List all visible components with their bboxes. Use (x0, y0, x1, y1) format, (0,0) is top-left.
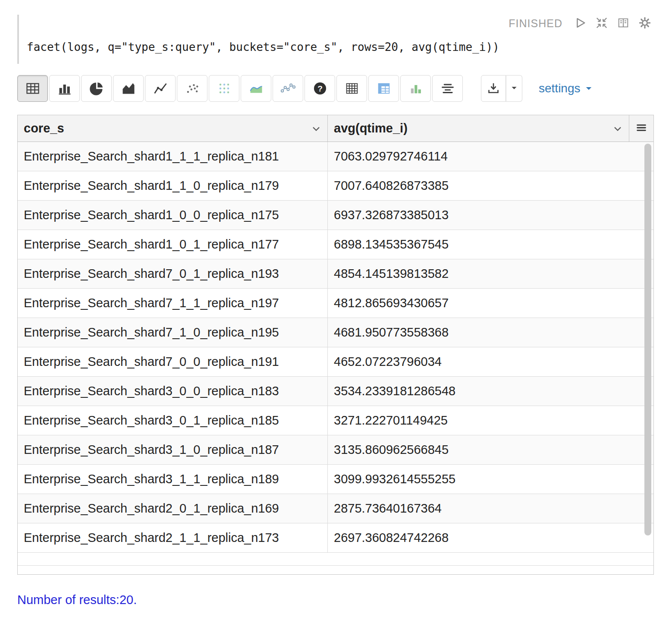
partial-row (18, 553, 653, 566)
core-s-cell: Enterprise_Search_shard1_1_1_replica_n18… (18, 142, 328, 171)
table-header: core_s avg(qtime_i) (18, 115, 653, 142)
hamburger-icon (635, 121, 648, 136)
table-row: Enterprise_Search_shard1_0_0_replica_n17… (18, 201, 653, 230)
download-options-button[interactable] (506, 75, 522, 102)
chevron-down-icon[interactable] (310, 123, 322, 135)
core-s-cell: Enterprise_Search_shard2_1_1_replica_n17… (18, 523, 328, 552)
pivot-grid-icon (376, 81, 392, 96)
help-icon: ? (312, 81, 328, 96)
table-row: Enterprise_Search_shard2_1_1_replica_n17… (18, 523, 653, 553)
notebook-paragraph: FINISHED facet(logs, q="type_s:query", b… (17, 0, 654, 614)
bar-chart-chart-button[interactable] (49, 75, 80, 102)
table-body: Enterprise_Search_shard1_1_1_replica_n18… (18, 142, 653, 553)
core-s-cell: Enterprise_Search_shard1_1_0_replica_n17… (18, 171, 328, 200)
core-s-cell: Enterprise_Search_shard3_1_1_replica_n18… (18, 465, 328, 494)
sparkline-chart-button[interactable] (273, 75, 303, 102)
table-row: Enterprise_Search_shard3_0_1_replica_n18… (18, 406, 653, 435)
scatter-chart-icon (185, 81, 200, 96)
core-s-cell: Enterprise_Search_shard3_0_0_replica_n18… (18, 377, 328, 406)
table-row: Enterprise_Search_shard2_0_1_replica_n16… (18, 494, 653, 523)
avg-qtime-cell: 2697.360824742268 (328, 523, 653, 552)
table-row: Enterprise_Search_shard1_1_1_replica_n18… (18, 142, 653, 171)
pie-chart-chart-button[interactable] (81, 75, 112, 102)
code-editor-section: FINISHED facet(logs, q="type_s:query", b… (17, 15, 654, 64)
collapse-button[interactable] (595, 16, 608, 31)
settings-label: settings (539, 82, 581, 95)
bubble-grid-icon (217, 81, 232, 96)
stream-area-icon (248, 81, 264, 96)
avg-qtime-cell: 3271.222701149425 (328, 406, 653, 435)
align-bars-icon (440, 81, 455, 96)
mini-bars-chart-button[interactable] (400, 75, 431, 102)
column-header-core-s[interactable]: core_s (18, 115, 328, 142)
vertical-scrollbar[interactable] (644, 143, 652, 564)
line-chart-icon (153, 81, 168, 96)
help-chart-button[interactable]: ? (305, 75, 335, 102)
chart-type-toolbar: ? (17, 75, 463, 102)
download-button-group (481, 75, 522, 102)
avg-qtime-cell: 6898.134535367545 (328, 230, 653, 259)
avg-qtime-cell: 4681.950773558368 (328, 318, 653, 347)
display-toolbar: ? settings (17, 75, 654, 102)
grid-table-chart-button[interactable] (336, 75, 367, 102)
avg-qtime-cell: 3099.9932614555255 (328, 465, 653, 494)
table-row: Enterprise_Search_shard7_1_0_replica_n19… (18, 318, 653, 347)
table-row: Enterprise_Search_shard3_0_0_replica_n18… (18, 377, 653, 406)
result-table: core_s avg(qtime_i) Enterprise_Search_sh… (17, 115, 654, 575)
table-row: Enterprise_Search_shard3_1_0_replica_n18… (18, 435, 653, 465)
book-icon (617, 16, 630, 31)
bubble-grid-chart-button[interactable] (209, 75, 239, 102)
table-menu-button[interactable] (629, 115, 653, 142)
avg-qtime-cell: 7063.029792746114 (328, 142, 653, 171)
core-s-cell: Enterprise_Search_shard7_1_1_replica_n19… (18, 289, 328, 318)
core-s-cell: Enterprise_Search_shard3_0_1_replica_n18… (18, 406, 328, 435)
line-chart-chart-button[interactable] (145, 75, 176, 102)
run-button[interactable] (574, 16, 587, 31)
core-s-cell: Enterprise_Search_shard3_1_0_replica_n18… (18, 435, 328, 464)
core-s-cell: Enterprise_Search_shard7_0_0_replica_n19… (18, 347, 328, 376)
code-text: facet(logs, q="type_s:query", buckets="c… (27, 41, 499, 54)
download-button[interactable] (481, 75, 506, 102)
svg-text:?: ? (317, 84, 323, 93)
core-s-cell: Enterprise_Search_shard2_0_1_replica_n16… (18, 494, 328, 523)
code-editor[interactable]: facet(logs, q="type_s:query", buckets="c… (27, 39, 654, 64)
table-icon (25, 81, 41, 96)
core-s-cell: Enterprise_Search_shard1_0_0_replica_n17… (18, 201, 328, 230)
settings-toggle[interactable]: settings (539, 82, 593, 95)
pie-chart-icon (89, 81, 104, 96)
area-chart-icon (121, 81, 136, 96)
table-row: Enterprise_Search_shard1_1_0_replica_n17… (18, 171, 653, 201)
table-chart-button[interactable] (17, 75, 48, 102)
paragraph-settings-button[interactable] (638, 16, 651, 31)
caret-down-icon (510, 84, 518, 93)
play-icon (574, 16, 587, 31)
column-label: core_s (24, 121, 64, 135)
avg-qtime-cell: 2875.73640167364 (328, 494, 653, 523)
download-icon (487, 81, 500, 96)
table-row: Enterprise_Search_shard1_0_1_replica_n17… (18, 230, 653, 259)
horizontal-scrollbar[interactable] (18, 566, 653, 574)
sparkline-icon (280, 81, 296, 96)
scrollbar-thumb[interactable] (644, 144, 651, 535)
table-row: Enterprise_Search_shard7_0_1_replica_n19… (18, 259, 653, 289)
pivot-grid-chart-button[interactable] (368, 75, 399, 102)
paragraph-controls: FINISHED (27, 15, 654, 32)
column-label: avg(qtime_i) (334, 121, 408, 135)
compress-icon (595, 16, 608, 31)
chevron-down-icon[interactable] (612, 123, 624, 135)
area-chart-chart-button[interactable] (113, 75, 144, 102)
align-bars-chart-button[interactable] (432, 75, 463, 102)
gear-icon (638, 16, 651, 31)
status-badge: FINISHED (509, 17, 562, 30)
column-header-avg-qtime[interactable]: avg(qtime_i) (328, 115, 629, 142)
avg-qtime-cell: 7007.640826873385 (328, 171, 653, 200)
core-s-cell: Enterprise_Search_shard7_1_0_replica_n19… (18, 318, 328, 347)
grid-table-icon (344, 81, 360, 96)
table-row: Enterprise_Search_shard7_1_1_replica_n19… (18, 289, 653, 318)
core-s-cell: Enterprise_Search_shard7_0_1_replica_n19… (18, 259, 328, 288)
output-toggle-button[interactable] (617, 16, 630, 31)
stream-area-chart-button[interactable] (241, 75, 271, 102)
bar-chart-icon (57, 81, 72, 96)
table-row: Enterprise_Search_shard7_0_0_replica_n19… (18, 347, 653, 377)
scatter-chart-chart-button[interactable] (177, 75, 207, 102)
